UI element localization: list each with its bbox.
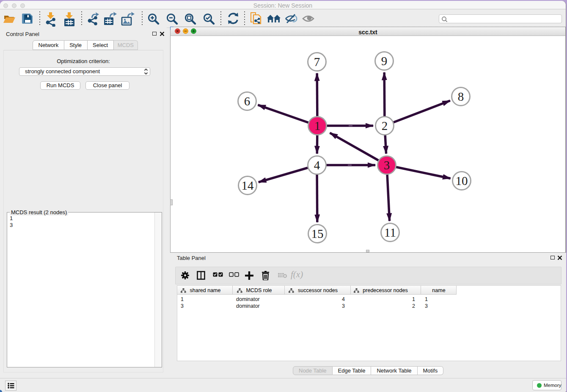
svg-text:14: 14 <box>242 179 254 192</box>
svg-text:15: 15 <box>311 227 324 240</box>
svg-text:7: 7 <box>314 55 320 69</box>
svg-text:11: 11 <box>384 226 396 239</box>
svg-text:10: 10 <box>456 174 468 188</box>
svg-text:4: 4 <box>314 158 320 172</box>
svg-text:2: 2 <box>382 119 388 133</box>
svg-text:6: 6 <box>244 94 250 108</box>
svg-text:1: 1 <box>314 119 321 133</box>
svg-text:8: 8 <box>458 90 464 103</box>
svg-text:3: 3 <box>384 158 390 172</box>
svg-text:9: 9 <box>381 54 388 68</box>
